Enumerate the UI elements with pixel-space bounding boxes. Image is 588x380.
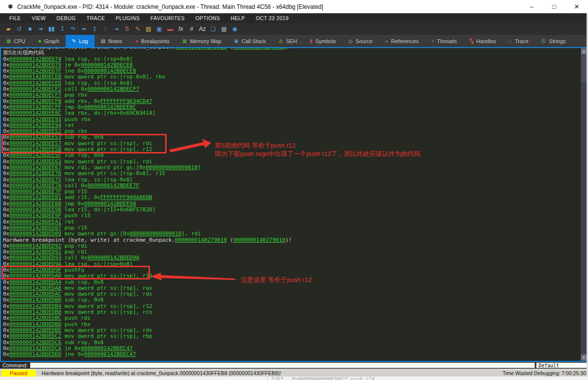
address-link[interactable]: 0000000140279010 [233, 47, 285, 50]
address-link[interactable]: 0000000142BDED87 [9, 225, 61, 231]
tab-breakpoints[interactable]: ●Breakpoints [129, 35, 176, 47]
address-link[interactable]: 0000000140279010 [175, 47, 227, 50]
address-link[interactable]: 0000000142BDEE9F [9, 212, 61, 219]
run-to-user-code-icon[interactable]: ➟ [78, 24, 89, 34]
address-link[interactable]: 0000000140279010 [233, 237, 285, 243]
address-link[interactable]: 0000000142BDECE8 [9, 74, 61, 80]
address-link[interactable]: 0000000142BDECFF [9, 104, 61, 110]
label-icon[interactable]: ▣ [154, 24, 165, 34]
address-link[interactable]: 0000000142BDED93 [9, 254, 61, 261]
tab-log[interactable]: ✎Log [66, 35, 95, 47]
command-profile-dropdown[interactable]: Default [536, 362, 588, 368]
tab-memory-map[interactable]: ▦Memory Map [176, 35, 228, 47]
address-link[interactable]: 0000000142BDED7F [9, 68, 61, 74]
hash-icon[interactable]: # [186, 24, 197, 34]
font-icon[interactable]: Az [197, 24, 208, 34]
scroll-down-button[interactable]: ▾ [581, 355, 587, 360]
address-link[interactable]: 0000000142BDEE70 [9, 170, 61, 177]
address-link[interactable]: 0000000142BDED9A [87, 254, 139, 261]
command-input[interactable] [30, 362, 535, 368]
tab-cpu[interactable]: ▦CPU [0, 35, 32, 47]
address-link[interactable]: FFFFFFFF9634CD47 [100, 98, 152, 104]
breakpoint-pill-icon[interactable]: ▬ [165, 24, 175, 34]
stop-icon[interactable]: ■ [24, 24, 35, 34]
scrollbar-thumb[interactable] [581, 55, 587, 82]
address-link[interactable]: 0000000142BDEDBE [9, 327, 61, 333]
address-link[interactable]: 0000000142BDECED [9, 80, 61, 86]
patch-icon[interactable]: ✎ [132, 24, 143, 34]
menu-debug[interactable]: Debug [51, 15, 81, 21]
address-link[interactable]: 0000000142BDEE7A [9, 182, 61, 189]
address-link[interactable]: 0000000142BDEE93 [9, 116, 61, 123]
restart-icon[interactable]: ↺ [14, 24, 24, 34]
address-link[interactable]: 0000000142BDEDB8 [9, 309, 61, 315]
menu-trace[interactable]: Trace [81, 15, 111, 21]
tab-threads[interactable]: »Threads [425, 35, 463, 47]
address-link[interactable]: 0000000142BDEDAC [9, 291, 61, 297]
run-until-return-icon[interactable]: ↑ [100, 24, 111, 34]
tab-graph[interactable]: ♣Graph [32, 35, 66, 47]
menu-view[interactable]: View [26, 15, 51, 21]
address-link[interactable]: 0000000142BDEDB4 [9, 303, 61, 309]
address-link[interactable]: 0000000142BDEE88 [9, 201, 61, 207]
menu-plugins[interactable]: Plugins [110, 15, 145, 21]
tab-trace[interactable]: ∴Trace [502, 35, 535, 47]
address-link[interactable]: 0000000142BDED89 [9, 230, 61, 237]
address-link[interactable]: 0000000000000010 [146, 164, 197, 171]
address-link[interactable]: 0000000142BDEC47 [81, 345, 133, 352]
tab-handles[interactable]: ▚Handles [463, 35, 502, 47]
address-link[interactable]: 0000000142BDEDD0 [9, 351, 61, 357]
address-link[interactable]: 0000000142BDEDA8 [9, 285, 61, 291]
scroll-up-button[interactable]: ▴ [581, 49, 587, 54]
address-link[interactable]: 0000000142BDEE7F [87, 182, 139, 189]
address-link[interactable]: 0000000142BDEE63 [9, 158, 61, 165]
menu-favourites[interactable]: Favourites [145, 15, 190, 21]
menu-help[interactable]: Help [225, 15, 250, 21]
address-link[interactable]: 0000000142BDEEA1 [9, 219, 61, 225]
address-link[interactable]: 0000000142BDEC47 [84, 351, 136, 357]
attach-icon[interactable]: ❑ [208, 24, 219, 34]
tab-references[interactable]: ⌕References [379, 35, 425, 47]
address-link[interactable]: 0000000142BDED74 [9, 56, 61, 62]
address-link[interactable]: 0000000140279010 [175, 237, 227, 243]
step-out-icon[interactable]: ↥ [89, 24, 100, 34]
address-link[interactable]: 0000000142BDEDBC [9, 315, 61, 321]
maximize-button[interactable]: □ [543, 0, 565, 13]
address-link[interactable]: 0000000142BDEDBD [9, 321, 61, 328]
tab-call-stack[interactable]: ▣Call Stack [228, 35, 272, 47]
tab-source[interactable]: ◇Source [343, 35, 379, 47]
calculator-icon[interactable]: ▦ [219, 24, 229, 34]
address-link[interactable]: 0000000142BDEDB0 [9, 297, 61, 303]
tab-notes[interactable]: ▤Notes [95, 35, 129, 47]
address-link[interactable]: 0000000142BDEE94 [9, 122, 61, 128]
address-link[interactable]: 0000000142BDECF7 [87, 86, 139, 92]
address-link[interactable]: 0000000142BDEE98 [84, 201, 136, 207]
address-link[interactable]: 0000000142BDECF2 [9, 86, 61, 92]
address-link[interactable]: 0000000142BDEDA4 [9, 279, 61, 285]
tab-symbols[interactable]: ▮Symbols [303, 35, 343, 47]
tab-strings[interactable]: ⓈStrings [535, 35, 572, 47]
address-link[interactable]: 0000000142BDECF8 [9, 98, 61, 104]
address-link[interactable]: 0000000142BDED79 [9, 62, 61, 68]
address-link[interactable]: 0000000142BDECE8 [81, 62, 133, 68]
address-link[interactable]: FFFFFFFF940A86DB [100, 194, 152, 201]
address-link[interactable]: 0000000142BDED92 [9, 243, 61, 249]
address-link[interactable]: 0000000142BDECE8 [84, 68, 136, 74]
address-link[interactable]: 0000000142BDEE98 [9, 206, 61, 213]
open-file-icon[interactable]: ▰ [3, 24, 14, 34]
address-link[interactable]: 0000000142BDEE7F [9, 188, 61, 195]
globe-icon[interactable]: ◉ [229, 24, 240, 34]
menu-options[interactable]: Options [190, 15, 225, 21]
address-link[interactable]: 0000000142BDEDC2 [9, 333, 61, 339]
tab-seh[interactable]: ⚠SEH [272, 35, 304, 47]
address-link[interactable]: 0000000142BDEE75 [9, 177, 61, 183]
step-over-icon[interactable]: ↷ [68, 24, 78, 34]
address-link[interactable]: 0000000142BDEDCA [9, 345, 61, 352]
close-button[interactable]: ✕ [565, 0, 588, 13]
address-link[interactable]: 0000000142BDEE8C [9, 110, 61, 116]
log-panel[interactable]: Hardware breakpoint (byte, write) at cra… [0, 47, 588, 362]
skip-icon[interactable]: ⇥ [111, 24, 122, 34]
animate-s-icon[interactable]: S [122, 24, 132, 34]
address-link[interactable]: 0000000142BDEE8C [84, 104, 136, 110]
address-link[interactable]: 0000000142BDECF7 [9, 92, 61, 98]
